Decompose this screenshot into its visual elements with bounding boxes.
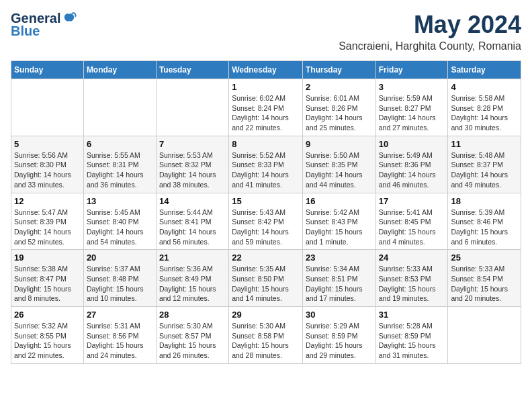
day-info: Sunrise: 5:39 AMSunset: 8:46 PMDaylight:…: [451, 208, 518, 247]
calendar-cell: 22Sunrise: 5:35 AMSunset: 8:50 PMDayligh…: [229, 250, 303, 307]
weekday-header-wednesday: Wednesday: [229, 61, 303, 79]
title-section: May 2024 Sancraieni, Harghita County, Ro…: [339, 11, 521, 52]
calendar-cell: 10Sunrise: 5:49 AMSunset: 8:36 PMDayligh…: [375, 136, 448, 193]
calendar-cell: 23Sunrise: 5:34 AMSunset: 8:51 PMDayligh…: [302, 250, 375, 307]
calendar-cell: 27Sunrise: 5:31 AMSunset: 8:56 PMDayligh…: [83, 307, 156, 364]
day-info: Sunrise: 5:58 AMSunset: 8:28 PMDaylight:…: [451, 93, 518, 133]
calendar-cell: 29Sunrise: 5:30 AMSunset: 8:58 PMDayligh…: [229, 307, 303, 364]
calendar-cell: 19Sunrise: 5:38 AMSunset: 8:47 PMDayligh…: [11, 250, 84, 307]
calendar-cell: 12Sunrise: 5:47 AMSunset: 8:39 PMDayligh…: [11, 193, 84, 250]
day-number: 12: [14, 196, 81, 206]
logo-bird-icon: [62, 11, 77, 26]
day-number: 23: [306, 253, 373, 263]
day-number: 9: [306, 139, 373, 149]
day-number: 7: [159, 139, 226, 149]
calendar-cell: 5Sunrise: 5:56 AMSunset: 8:30 PMDaylight…: [11, 136, 84, 193]
calendar-cell: [83, 79, 156, 136]
day-info: Sunrise: 5:44 AMSunset: 8:41 PMDaylight:…: [159, 208, 226, 247]
day-number: 18: [451, 196, 518, 206]
day-info: Sunrise: 5:30 AMSunset: 8:57 PMDaylight:…: [159, 321, 226, 361]
day-number: 2: [306, 82, 373, 92]
day-info: Sunrise: 5:30 AMSunset: 8:58 PMDaylight:…: [232, 321, 300, 361]
day-info: Sunrise: 5:31 AMSunset: 8:56 PMDaylight:…: [87, 321, 153, 361]
day-info: Sunrise: 5:52 AMSunset: 8:33 PMDaylight:…: [232, 150, 300, 190]
day-number: 26: [14, 310, 81, 320]
logo-blue-text: Blue: [11, 24, 40, 39]
day-number: 20: [87, 253, 153, 263]
day-info: Sunrise: 5:41 AMSunset: 8:45 PMDaylight:…: [379, 208, 445, 247]
day-info: Sunrise: 6:01 AMSunset: 8:26 PMDaylight:…: [306, 93, 373, 133]
day-info: Sunrise: 5:38 AMSunset: 8:47 PMDaylight:…: [14, 264, 81, 304]
weekday-header-tuesday: Tuesday: [156, 61, 228, 79]
day-number: 28: [159, 310, 226, 320]
calendar-week-3: 12Sunrise: 5:47 AMSunset: 8:39 PMDayligh…: [11, 193, 521, 250]
day-info: Sunrise: 5:28 AMSunset: 8:59 PMDaylight:…: [379, 321, 445, 361]
calendar-cell: 4Sunrise: 5:58 AMSunset: 8:28 PMDaylight…: [448, 79, 521, 136]
calendar-cell: 1Sunrise: 6:02 AMSunset: 8:24 PMDaylight…: [229, 79, 303, 136]
calendar-week-4: 19Sunrise: 5:38 AMSunset: 8:47 PMDayligh…: [11, 250, 521, 307]
day-number: 14: [159, 196, 226, 206]
calendar-table: SundayMondayTuesdayWednesdayThursdayFrid…: [11, 60, 521, 364]
day-number: 16: [306, 196, 373, 206]
day-info: Sunrise: 5:53 AMSunset: 8:32 PMDaylight:…: [159, 150, 226, 190]
day-number: 10: [379, 139, 445, 149]
day-info: Sunrise: 5:34 AMSunset: 8:51 PMDaylight:…: [306, 264, 373, 304]
day-info: Sunrise: 5:33 AMSunset: 8:54 PMDaylight:…: [451, 264, 518, 304]
calendar-cell: 30Sunrise: 5:29 AMSunset: 8:59 PMDayligh…: [302, 307, 375, 364]
weekday-header-friday: Friday: [375, 61, 448, 79]
day-number: 25: [451, 253, 518, 263]
page-title: May 2024: [339, 11, 521, 39]
calendar-cell: 25Sunrise: 5:33 AMSunset: 8:54 PMDayligh…: [448, 250, 521, 307]
calendar-cell: 26Sunrise: 5:32 AMSunset: 8:55 PMDayligh…: [11, 307, 84, 364]
page-header: General Blue May 2024 Sancraieni, Harghi…: [11, 11, 521, 52]
weekday-header-sunday: Sunday: [11, 61, 84, 79]
logo: General Blue: [11, 11, 77, 39]
day-info: Sunrise: 5:56 AMSunset: 8:30 PMDaylight:…: [14, 150, 81, 190]
day-number: 19: [14, 253, 81, 263]
weekday-header-saturday: Saturday: [448, 61, 521, 79]
day-number: 6: [87, 139, 153, 149]
day-info: Sunrise: 5:35 AMSunset: 8:50 PMDaylight:…: [232, 264, 300, 304]
calendar-cell: 6Sunrise: 5:55 AMSunset: 8:31 PMDaylight…: [83, 136, 156, 193]
day-info: Sunrise: 5:48 AMSunset: 8:37 PMDaylight:…: [451, 150, 518, 190]
day-number: 15: [232, 196, 300, 206]
calendar-cell: [448, 307, 521, 364]
day-number: 1: [232, 82, 300, 92]
weekday-header-thursday: Thursday: [302, 61, 375, 79]
calendar-week-1: 1Sunrise: 6:02 AMSunset: 8:24 PMDaylight…: [11, 79, 521, 136]
calendar-cell: 24Sunrise: 5:33 AMSunset: 8:53 PMDayligh…: [375, 250, 448, 307]
page-subtitle: Sancraieni, Harghita County, Romania: [339, 40, 521, 52]
day-number: 22: [232, 253, 300, 263]
calendar-cell: 3Sunrise: 5:59 AMSunset: 8:27 PMDaylight…: [375, 79, 448, 136]
calendar-cell: 20Sunrise: 5:37 AMSunset: 8:48 PMDayligh…: [83, 250, 156, 307]
day-number: 17: [379, 196, 445, 206]
calendar-cell: [156, 79, 228, 136]
day-number: 31: [379, 310, 445, 320]
day-number: 5: [14, 139, 81, 149]
day-number: 24: [379, 253, 445, 263]
day-info: Sunrise: 5:37 AMSunset: 8:48 PMDaylight:…: [87, 264, 153, 304]
day-info: Sunrise: 5:45 AMSunset: 8:40 PMDaylight:…: [87, 208, 153, 247]
calendar-week-2: 5Sunrise: 5:56 AMSunset: 8:30 PMDaylight…: [11, 136, 521, 193]
day-number: 3: [379, 82, 445, 92]
day-info: Sunrise: 5:29 AMSunset: 8:59 PMDaylight:…: [306, 321, 373, 361]
day-info: Sunrise: 5:43 AMSunset: 8:42 PMDaylight:…: [232, 208, 300, 247]
calendar-cell: 18Sunrise: 5:39 AMSunset: 8:46 PMDayligh…: [448, 193, 521, 250]
calendar-cell: 15Sunrise: 5:43 AMSunset: 8:42 PMDayligh…: [229, 193, 303, 250]
calendar-cell: 8Sunrise: 5:52 AMSunset: 8:33 PMDaylight…: [229, 136, 303, 193]
day-number: 4: [451, 82, 518, 92]
calendar-cell: 9Sunrise: 5:50 AMSunset: 8:35 PMDaylight…: [302, 136, 375, 193]
calendar-cell: 16Sunrise: 5:42 AMSunset: 8:43 PMDayligh…: [302, 193, 375, 250]
calendar-cell: 2Sunrise: 6:01 AMSunset: 8:26 PMDaylight…: [302, 79, 375, 136]
day-info: Sunrise: 5:59 AMSunset: 8:27 PMDaylight:…: [379, 93, 445, 133]
day-number: 8: [232, 139, 300, 149]
day-number: 29: [232, 310, 300, 320]
calendar-cell: 13Sunrise: 5:45 AMSunset: 8:40 PMDayligh…: [83, 193, 156, 250]
day-info: Sunrise: 5:49 AMSunset: 8:36 PMDaylight:…: [379, 150, 445, 190]
day-info: Sunrise: 5:55 AMSunset: 8:31 PMDaylight:…: [87, 150, 153, 190]
day-info: Sunrise: 5:42 AMSunset: 8:43 PMDaylight:…: [306, 208, 373, 247]
day-info: Sunrise: 5:50 AMSunset: 8:35 PMDaylight:…: [306, 150, 373, 190]
day-info: Sunrise: 6:02 AMSunset: 8:24 PMDaylight:…: [232, 93, 300, 133]
calendar-cell: 28Sunrise: 5:30 AMSunset: 8:57 PMDayligh…: [156, 307, 228, 364]
day-info: Sunrise: 5:33 AMSunset: 8:53 PMDaylight:…: [379, 264, 445, 304]
